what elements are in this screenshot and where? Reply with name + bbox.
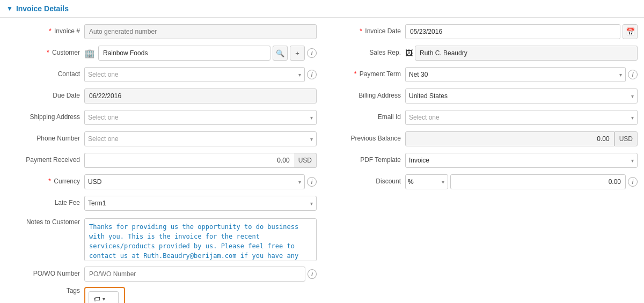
currency-info-icon[interactable]: i [307, 177, 317, 187]
collapse-icon[interactable]: ▼ [6, 5, 13, 12]
phone-number-row: Phone Number Select one ▾ [6, 130, 317, 147]
email-id-arrow: ▾ [628, 115, 637, 121]
phone-number-label: Phone Number [6, 135, 84, 143]
due-date-label: Due Date [6, 92, 84, 100]
powo-row: PO/WO Number i [6, 265, 317, 283]
payment-received-row: Payment Received USD [6, 152, 317, 169]
customer-row: * Customer 🏢 🔍 + i [6, 45, 317, 62]
tags-trigger-button[interactable]: 🏷 ▾ [89, 291, 119, 303]
shipping-address-arrow: ▾ [307, 115, 316, 121]
late-fee-select[interactable]: Term1 [85, 196, 307, 210]
previous-balance-input[interactable] [405, 131, 614, 146]
customer-search-button[interactable]: 🔍 [273, 46, 288, 61]
pdf-template-select-wrap[interactable]: Invoice ▾ [405, 153, 638, 168]
powo-input[interactable] [84, 267, 305, 282]
invoice-date-input[interactable] [405, 24, 620, 39]
email-id-label: Email Id [327, 113, 405, 122]
pdf-template-select[interactable]: Invoice [406, 153, 628, 167]
discount-row: Discount % ▾ i [327, 173, 638, 190]
sales-rep-input[interactable] [415, 46, 638, 61]
right-column: * Invoice Date 📅 Sales Rep. 🖼 [327, 23, 638, 303]
discount-value-input[interactable] [450, 174, 626, 189]
sales-rep-label: Sales Rep. [327, 49, 405, 57]
late-fee-row: Late Fee Term1 ▾ [6, 195, 317, 212]
tags-trigger-icon: 🏷 [93, 295, 100, 303]
shipping-address-select[interactable]: Select one [85, 110, 307, 124]
notes-label: Notes to Customer [6, 218, 84, 227]
late-fee-select-wrap[interactable]: Term1 ▾ [84, 196, 317, 211]
notes-textarea[interactable]: Thanks for providing us the opportunity … [84, 218, 317, 261]
billing-address-label: Billing Address [327, 92, 405, 100]
tags-label: Tags [6, 287, 84, 295]
currency-arrow: ▾ [295, 179, 304, 185]
tags-row: Tags 🏷 ▾ Tags [6, 287, 317, 303]
phone-number-arrow: ▾ [307, 136, 316, 142]
previous-balance-row: Previous Balance USD [327, 130, 638, 147]
payment-term-select-wrap[interactable]: Net 30 ▾ [405, 67, 626, 82]
due-date-input[interactable] [84, 88, 317, 104]
powo-label: PO/WO Number [6, 270, 84, 278]
discount-type-select[interactable]: % [406, 175, 438, 189]
billing-address-row: Billing Address United States ▾ [327, 87, 638, 105]
currency-select-wrap[interactable]: USD ▾ [84, 174, 305, 189]
invoice-number-input[interactable] [84, 24, 317, 39]
payment-term-info-icon[interactable]: i [628, 70, 638, 79]
invoice-details-form: * Invoice # * Customer 🏢 🔍 + i [0, 18, 644, 303]
discount-type-select-wrap[interactable]: % ▾ [405, 174, 448, 189]
currency-label: * Currency [6, 178, 84, 186]
late-fee-label: Late Fee [6, 199, 84, 208]
payment-term-select[interactable]: Net 30 [406, 68, 616, 82]
section-header[interactable]: ▼ Invoice Details [0, 0, 644, 18]
customer-label: * Customer [6, 49, 84, 57]
contact-row: Contact Select one ▾ i [6, 66, 317, 83]
payment-term-row: * Payment Term Net 30 ▾ i [327, 66, 638, 83]
discount-info-icon[interactable]: i [628, 177, 638, 187]
sales-rep-icon: 🖼 [405, 49, 413, 57]
shipping-address-select-wrap[interactable]: Select one ▾ [84, 110, 317, 125]
contact-label: Contact [6, 70, 84, 79]
shipping-address-row: Shipping Address Select one ▾ [6, 109, 317, 126]
contact-select-arrow: ▾ [295, 72, 304, 78]
late-fee-arrow: ▾ [307, 201, 316, 206]
billing-address-arrow: ▾ [628, 93, 637, 99]
section-title: Invoice Details [16, 4, 69, 13]
billing-address-select-wrap[interactable]: United States ▾ [405, 88, 638, 104]
tags-dropdown-arrow-icon: ▾ [103, 296, 105, 302]
payment-term-arrow: ▾ [616, 72, 625, 78]
due-date-row: Due Date [6, 87, 317, 105]
discount-label: Discount [327, 178, 405, 186]
currency-select[interactable]: USD [85, 175, 295, 189]
invoice-date-row: * Invoice Date 📅 [327, 23, 638, 40]
phone-number-select-wrap[interactable]: Select one ▾ [84, 131, 317, 146]
customer-info-icon[interactable]: i [307, 48, 317, 58]
pdf-template-arrow: ▾ [628, 158, 637, 164]
left-column: * Invoice # * Customer 🏢 🔍 + i [6, 23, 317, 303]
previous-balance-label: Previous Balance [327, 135, 405, 143]
currency-row: * Currency USD ▾ i [6, 173, 317, 190]
calendar-icon[interactable]: 📅 [623, 24, 638, 39]
email-id-select-wrap[interactable]: Select one ▾ [405, 110, 638, 125]
payment-received-label: Payment Received [6, 156, 84, 165]
contact-select-wrap[interactable]: Select one ▾ [84, 67, 305, 82]
customer-input[interactable] [98, 46, 270, 61]
invoice-number-row: * Invoice # [6, 23, 317, 40]
email-id-select[interactable]: Select one [406, 110, 628, 124]
contact-info-icon[interactable]: i [307, 70, 317, 79]
invoice-number-label: * Invoice # [6, 27, 84, 36]
pdf-template-row: PDF Template Invoice ▾ [327, 152, 638, 169]
customer-icon: 🏢 [84, 48, 95, 58]
previous-balance-currency: USD [614, 131, 638, 146]
sales-rep-row: Sales Rep. 🖼 [327, 45, 638, 62]
invoice-date-label: * Invoice Date [327, 27, 405, 36]
notes-row: Notes to Customer Thanks for providing u… [6, 216, 317, 261]
powo-info-icon[interactable]: i [308, 269, 317, 279]
contact-select[interactable]: Select one [85, 68, 295, 82]
payment-received-input[interactable] [84, 153, 294, 168]
payment-received-currency: USD [294, 153, 317, 168]
shipping-address-label: Shipping Address [6, 113, 84, 122]
phone-number-select[interactable]: Select one [85, 132, 307, 146]
pdf-template-label: PDF Template [327, 156, 405, 165]
customer-add-button[interactable]: + [290, 46, 305, 61]
discount-type-arrow: ▾ [438, 179, 448, 185]
billing-address-select[interactable]: United States [406, 89, 628, 103]
